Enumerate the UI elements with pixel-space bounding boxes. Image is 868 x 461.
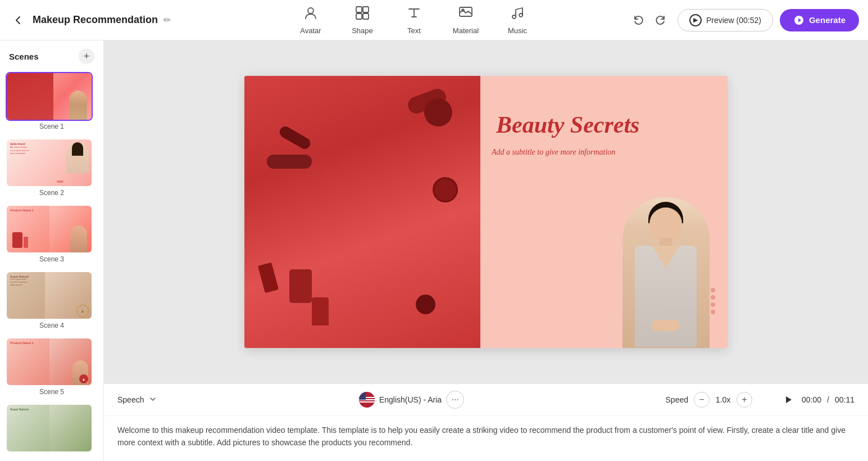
speed-controls: Speed − 1.0x + xyxy=(666,392,752,408)
tool-text[interactable]: Text xyxy=(397,5,431,35)
svg-rect-3 xyxy=(356,13,362,19)
shape-label: Shape xyxy=(352,26,373,35)
scene-thumb-4[interactable]: Super Natural Lorem ipsum dolorsit amet … xyxy=(6,271,93,320)
scene-item-6[interactable]: Super Natural xyxy=(0,400,103,455)
scenes-title: Scenes xyxy=(9,52,39,61)
material-icon xyxy=(458,5,474,24)
generate-label: Generate xyxy=(809,15,846,25)
scene-thumb-1[interactable]: Beauty Secrets Add a subtitle here xyxy=(6,72,93,121)
scene-thumb-6[interactable]: Super Natural xyxy=(6,404,93,453)
speech-text: Welcome to this makeup recommendation vi… xyxy=(117,424,855,449)
slide-left-panel xyxy=(244,76,480,348)
time-separator: / xyxy=(827,395,829,404)
generate-button[interactable]: Generate xyxy=(780,9,859,31)
text-label: Text xyxy=(407,26,421,35)
play-button[interactable] xyxy=(780,392,796,408)
project-title: Makeup Recommendation xyxy=(33,14,158,26)
music-label: Music xyxy=(508,26,527,35)
svg-rect-2 xyxy=(363,7,369,12)
scene-item-4[interactable]: Super Natural Lorem ipsum dolorsit amet … xyxy=(0,268,103,334)
tool-music[interactable]: Music xyxy=(501,5,534,35)
slide-makeup-image xyxy=(244,76,480,348)
tool-material[interactable]: Material xyxy=(449,5,483,35)
topbar-left: Makeup Recommendation ✏ xyxy=(9,11,200,29)
bottom-controls: Speech xyxy=(104,383,868,461)
scene-thumb-2[interactable]: Hello there! My name's Ruby. Lorem ipsum… xyxy=(6,138,93,187)
scene-2-label: Scene 2 xyxy=(6,189,98,199)
generate-icon xyxy=(793,15,805,26)
preview-label: Preview (00:52) xyxy=(706,16,761,25)
avatar-icon xyxy=(303,5,319,24)
topbar-center: Avatar Shape Text xyxy=(200,5,628,35)
tool-shape[interactable]: Shape xyxy=(346,5,379,35)
main-area: Scenes + Beauty Secrets Add a subtitle h… xyxy=(0,40,868,461)
scene-item-1[interactable]: Beauty Secrets Add a subtitle here Scene… xyxy=(0,69,103,135)
back-button[interactable] xyxy=(9,11,27,29)
speed-increase-button[interactable]: + xyxy=(737,392,752,408)
scene-thumb-5[interactable]: Product Name 1 ▲ xyxy=(6,337,93,386)
speech-controls: Speech xyxy=(104,384,868,416)
edit-icon[interactable]: ✏ xyxy=(163,15,171,25)
topbar: Makeup Recommendation ✏ Avatar S xyxy=(0,0,868,40)
speech-label-group: Speech xyxy=(117,395,157,405)
speed-value: 1.0x xyxy=(715,395,731,404)
flag-canton xyxy=(359,392,366,400)
language-selector[interactable]: English(US) - Aria ··· xyxy=(169,391,654,409)
undo-button[interactable] xyxy=(628,10,648,30)
svg-point-0 xyxy=(308,8,313,13)
avatar-label: Avatar xyxy=(300,26,321,35)
svg-rect-4 xyxy=(363,13,369,19)
redo-button[interactable] xyxy=(651,10,671,30)
preview-play-icon: ▶ xyxy=(689,14,702,26)
scene-3-label: Scene 3 xyxy=(6,255,98,265)
scene-4-label: Scene 4 xyxy=(6,322,98,332)
language-name: English(US) - Aria xyxy=(379,395,442,404)
speed-label: Speed xyxy=(666,395,688,404)
slide-avatar xyxy=(621,191,711,348)
scene-5-label: Scene 5 xyxy=(6,388,98,398)
scene-item-3[interactable]: Product Name 1 Scene 3 xyxy=(0,201,103,268)
music-icon xyxy=(510,5,525,24)
speech-label: Speech xyxy=(117,395,144,404)
canvas-slide[interactable]: Brand Name xyxy=(244,76,728,348)
topbar-right: ▶ Preview (00:52) Generate xyxy=(628,9,859,31)
scene-thumb-3[interactable]: Product Name 1 xyxy=(6,205,93,254)
canvas-area: Brand Name xyxy=(104,40,868,461)
tool-avatar[interactable]: Avatar xyxy=(294,5,328,35)
shape-icon xyxy=(355,5,370,24)
scene-item-2[interactable]: Hello there! My name's Ruby. Lorem ipsum… xyxy=(0,135,103,201)
time-display: 00:00 / 00:11 xyxy=(780,392,855,408)
slide-title: Beauty Secrets xyxy=(496,112,639,138)
scene-item-5[interactable]: Product Name 1 ▲ Scene 5 xyxy=(0,334,103,400)
svg-point-7 xyxy=(512,15,516,19)
us-flag-icon xyxy=(359,392,375,408)
undo-redo-group xyxy=(628,10,671,30)
slide-subtitle: Add a subtitle to give more information xyxy=(492,148,711,157)
time-current: 00:00 xyxy=(802,395,821,404)
speech-text-area[interactable]: Welcome to this makeup recommendation vi… xyxy=(104,416,868,461)
preview-button[interactable]: ▶ Preview (00:52) xyxy=(678,9,773,31)
text-icon xyxy=(406,5,422,24)
time-total: 00:11 xyxy=(835,395,855,404)
svg-rect-1 xyxy=(356,7,362,12)
material-label: Material xyxy=(453,26,479,35)
language-more-button[interactable]: ··· xyxy=(446,391,464,409)
speech-dropdown[interactable] xyxy=(148,395,157,405)
add-scene-button[interactable]: + xyxy=(79,48,94,64)
canvas-viewport[interactable]: Brand Name xyxy=(104,40,868,383)
speed-decrease-button[interactable]: − xyxy=(694,392,710,408)
scene-1-label: Scene 1 xyxy=(6,123,98,133)
sidebar: Scenes + Beauty Secrets Add a subtitle h… xyxy=(0,40,104,461)
sidebar-header: Scenes + xyxy=(0,40,103,69)
